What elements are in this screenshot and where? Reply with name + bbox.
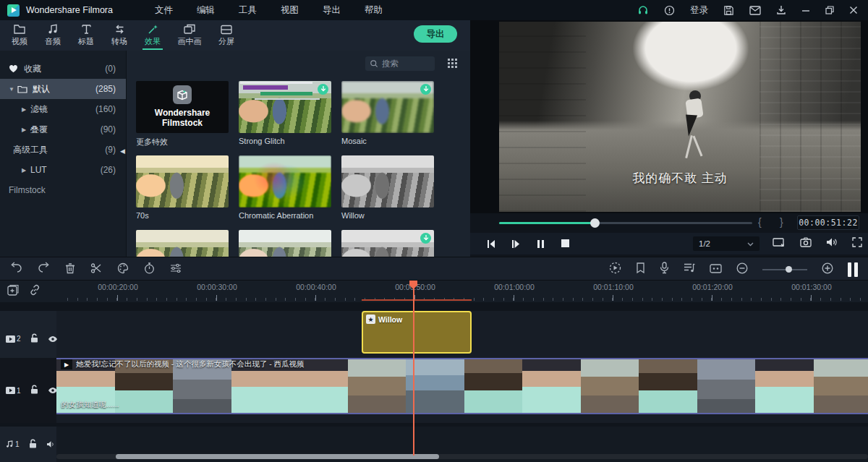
effect-card-mosaic[interactable]: Mosaic <box>341 81 434 145</box>
titlebar: Wondershare Filmora 文件 编辑 工具 视图 导出 帮助 登录 <box>0 0 868 20</box>
seek-thumb[interactable] <box>590 218 600 228</box>
panel-toggle-icon[interactable] <box>848 262 858 277</box>
link-icon[interactable] <box>29 284 41 299</box>
sidebar-item-advanced-tools[interactable]: 高级工具 (9) <box>0 140 126 160</box>
tab-titles[interactable]: 标题 <box>69 20 103 51</box>
volume-icon[interactable] <box>826 237 838 250</box>
effect-card[interactable] <box>239 230 331 257</box>
seek-bar[interactable] <box>499 222 752 224</box>
speed-icon[interactable] <box>144 262 155 277</box>
download-badge-icon[interactable] <box>318 84 328 95</box>
search-input[interactable] <box>382 59 428 68</box>
menu-view[interactable]: 视图 <box>281 4 299 17</box>
tab-splitscreen[interactable]: 分屏 <box>210 20 243 51</box>
support-headset-icon[interactable] <box>637 4 649 16</box>
stop-button[interactable] <box>553 239 577 249</box>
undo-icon[interactable] <box>10 263 22 276</box>
export-button[interactable]: 导出 <box>414 25 457 43</box>
filmora-window: Wondershare Filmora 文件 编辑 工具 视图 导出 帮助 登录… <box>0 0 868 462</box>
menu-file[interactable]: 文件 <box>155 4 173 17</box>
play-button[interactable] <box>503 239 528 249</box>
video-track-1-header: 1 <box>0 358 56 423</box>
tab-pip[interactable]: 画中画 <box>169 20 210 51</box>
effect-label: Willow <box>341 211 434 220</box>
record-voiceover-icon[interactable] <box>660 262 669 277</box>
effect-card-willow[interactable]: Willow <box>341 155 434 220</box>
download-badge-icon[interactable] <box>420 84 431 95</box>
adjust-sliders-icon[interactable] <box>170 263 182 276</box>
app-title: Wondershare Filmora <box>26 5 113 15</box>
seek-row: { } 00:00:51:22 <box>470 213 868 233</box>
tab-audio[interactable]: 音频 <box>36 20 69 51</box>
close-button[interactable] <box>849 6 858 14</box>
effect-card-70s[interactable]: 70s <box>136 155 229 220</box>
color-palette-icon[interactable] <box>117 262 129 277</box>
effect-card-chromatic-aberration[interactable]: Chromatic Aberration <box>239 155 331 220</box>
tab-effects[interactable]: 效果 <box>136 20 169 51</box>
minimize-button[interactable] <box>801 6 810 14</box>
sidebar-item-filmstock[interactable]: Filmstock <box>0 180 126 200</box>
snapshot-camera-icon[interactable] <box>800 237 812 250</box>
sidebar-item-favorites[interactable]: 收藏 (0) <box>0 59 126 79</box>
audio-mixer-icon[interactable] <box>684 262 695 276</box>
mark-out-button[interactable]: } <box>780 216 783 228</box>
track-manager-icon[interactable] <box>710 263 722 276</box>
lock-icon[interactable] <box>29 438 37 451</box>
sidebar-item-lut[interactable]: ▶ LUT (26) <box>0 160 126 180</box>
preview-video[interactable]: 我的确不敢 主动 <box>499 22 861 212</box>
download-icon[interactable] <box>776 5 786 16</box>
tab-transitions[interactable]: 转场 <box>103 20 136 51</box>
sidebar-item-filters[interactable]: ▶ 滤镜 (160) <box>0 99 126 119</box>
feedback-mail-icon[interactable] <box>749 6 761 15</box>
login-button[interactable]: 登录 <box>690 4 708 17</box>
ruler-label: 00:00:20:00 <box>85 283 150 291</box>
previous-frame-button[interactable] <box>479 239 503 249</box>
effect-card-filmstock[interactable]: WondershareFilmstock 更多特效 <box>136 81 229 147</box>
menu-tools[interactable]: 工具 <box>239 4 257 17</box>
restore-button[interactable] <box>825 6 834 14</box>
timeline-ruler[interactable]: 00:00:20:00 00:00:30:00 00:00:40:00 00:0… <box>0 281 868 302</box>
chevron-down-icon <box>747 239 754 248</box>
zoom-slider-thumb[interactable] <box>786 266 792 273</box>
effect-card-strong-glitch[interactable]: Strong Glitch <box>239 81 331 145</box>
pause-button[interactable] <box>528 239 553 249</box>
panel-collapse-icon[interactable]: ◀ <box>120 147 125 155</box>
horizontal-scrollbar[interactable] <box>56 454 868 459</box>
effect-card[interactable] <box>136 230 229 257</box>
effect-clip-willow[interactable]: ★ Willow <box>362 311 472 354</box>
info-icon[interactable] <box>664 5 675 16</box>
video-track-icon: 1 <box>6 387 21 395</box>
save-icon[interactable] <box>723 5 734 16</box>
effect-card[interactable] <box>341 230 434 257</box>
mark-in-button[interactable]: { <box>758 216 762 228</box>
split-scissors-icon[interactable] <box>90 262 102 277</box>
download-badge-icon[interactable] <box>420 233 431 244</box>
render-preview-icon[interactable] <box>609 262 621 277</box>
menu-edit[interactable]: 编辑 <box>197 4 215 17</box>
scrollbar-thumb[interactable] <box>116 454 439 459</box>
video-clip-title: ▶ 她爱我!忘记不了以后的视频 - 这个很多新女孩不会出现了 - 西瓜视频 <box>61 359 305 369</box>
effect-label: Mosaic <box>341 137 434 145</box>
sidebar-item-overlays[interactable]: ▶ 叠覆 (90) <box>0 119 126 140</box>
timeline-zoom-slider[interactable] <box>762 269 807 270</box>
eye-icon[interactable] <box>48 333 58 346</box>
marker-icon[interactable] <box>636 262 645 276</box>
mute-icon[interactable] <box>46 438 56 451</box>
redo-icon[interactable] <box>38 263 50 276</box>
tab-video[interactable]: 视频 <box>3 20 36 51</box>
delete-icon[interactable] <box>65 262 75 277</box>
zoom-out-icon[interactable] <box>736 262 748 277</box>
lock-icon[interactable] <box>30 384 38 397</box>
lock-icon[interactable] <box>30 333 38 346</box>
clip-range-indicator <box>362 299 472 301</box>
add-marker-icon[interactable] <box>7 284 19 299</box>
zoom-in-icon[interactable] <box>822 262 833 277</box>
fullscreen-icon[interactable] <box>852 237 862 250</box>
menu-help[interactable]: 帮助 <box>365 4 383 17</box>
grid-view-icon[interactable] <box>447 58 458 72</box>
secondary-display-icon[interactable] <box>773 237 786 251</box>
sidebar-item-default[interactable]: ▼ 默认 (285) <box>0 79 126 99</box>
menu-export[interactable]: 导出 <box>323 4 341 17</box>
search-box[interactable] <box>365 56 435 71</box>
preview-quality-dropdown[interactable]: 1/2 <box>693 236 760 251</box>
